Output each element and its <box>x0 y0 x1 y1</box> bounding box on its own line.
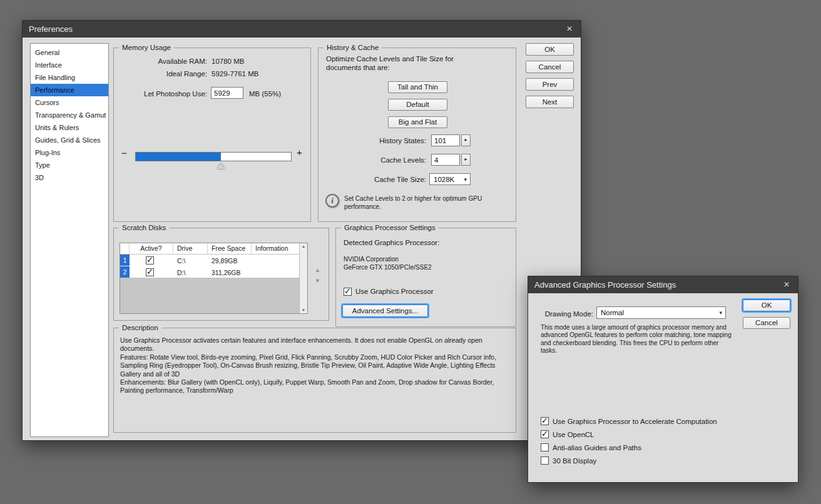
move-disk-down-icon[interactable]: ▼ <box>315 278 320 284</box>
sidebar-item-units-rulers[interactable]: Units & Rulers <box>31 121 108 134</box>
slider-plus-icon: + <box>297 148 302 157</box>
ok-button[interactable]: OK <box>526 43 574 56</box>
drive-active-checkbox[interactable] <box>146 256 154 265</box>
preferences-titlebar[interactable]: Preferences ✕ <box>23 21 581 38</box>
column-information: Information <box>252 243 299 254</box>
ok-button[interactable]: OK <box>743 300 790 311</box>
ram-amount-input[interactable] <box>211 87 243 99</box>
column-row-number <box>120 243 130 254</box>
scratch-disks-group-title: Scratch Disks <box>119 223 169 233</box>
cache-levels-input[interactable] <box>431 154 460 166</box>
sidebar-item-performance[interactable]: Performance <box>31 84 108 96</box>
memory-slider-thumb[interactable] <box>217 163 225 169</box>
scroll-up-icon[interactable]: ▲ <box>300 244 307 248</box>
available-ram-value: 10780 MB <box>212 57 244 66</box>
let-photoshop-use-label: Let Photoshop Use: <box>114 89 207 99</box>
preferences-title: Preferences <box>29 24 73 34</box>
free-space-cell: 311,26GB <box>208 269 252 276</box>
advanced-dialog-title: Advanced Graphics Processor Settings <box>534 280 676 290</box>
sidebar-item-interface[interactable]: Interface <box>31 59 108 71</box>
sidebar-item-type[interactable]: Type <box>31 159 108 171</box>
memory-usage-group-title: Memory Usage <box>119 43 174 53</box>
chevron-down-icon: ▾ <box>719 307 722 319</box>
scratch-disks-group: Scratch Disks Active? Drive Free Space I… <box>113 228 329 321</box>
table-empty-area <box>120 278 299 313</box>
next-button[interactable]: Next <box>526 96 574 108</box>
advanced-dialog-titlebar[interactable]: Advanced Graphics Processor Settings ✕ <box>528 276 798 293</box>
drive-cell: D:\ <box>173 269 208 276</box>
sidebar-item-transparency-gamut[interactable]: Transparency & Gamut <box>31 109 108 121</box>
sidebar-item-guides-grid-slices[interactable]: Guides, Grid & Slices <box>31 134 108 146</box>
scroll-down-icon[interactable]: ▼ <box>300 308 307 312</box>
slider-minus-icon: − <box>121 148 127 158</box>
close-icon[interactable]: ✕ <box>558 21 581 38</box>
cache-tile-size-dropdown[interactable]: 1028K ▾ <box>429 173 471 185</box>
column-active: Active? <box>130 243 173 254</box>
sidebar-item-cursors[interactable]: Cursors <box>31 96 108 109</box>
description-group: Description Use Graphics Processor activ… <box>113 328 516 433</box>
info-icon: i <box>325 194 339 208</box>
close-icon[interactable]: ✕ <box>775 276 798 293</box>
table-scrollbar[interactable]: ▲ ▼ <box>299 243 307 313</box>
scratch-disks-table: Active? Drive Free Space Information 1 C… <box>120 243 308 314</box>
sidebar-item-3d[interactable]: 3D <box>31 171 108 184</box>
table-row[interactable]: 2 D:\ 311,26GB <box>120 266 307 278</box>
drawing-mode-label: Drawing Mode: <box>528 310 593 319</box>
cache-tile-size-value: 1028K <box>434 176 454 183</box>
use-graphics-processor-checkbox[interactable] <box>344 288 352 296</box>
optimize-cache-intro: Optimize Cache Levels and Tile Size for … <box>326 54 469 72</box>
sidebar-item-file-handling[interactable]: File Handling <box>31 71 108 84</box>
memory-usage-group: Memory Usage Available RAM: 10780 MB Ide… <box>113 48 311 222</box>
active-cell <box>130 266 173 278</box>
gpu-vendor: NVIDIA Corporation <box>344 256 399 264</box>
drawing-mode-value: Normal <box>601 309 624 316</box>
drawing-mode-dropdown[interactable]: Normal ▾ <box>596 306 726 319</box>
preferences-sidebar: General Interface File Handling Performa… <box>30 43 109 437</box>
history-cache-group-title: History & Cache <box>324 43 382 53</box>
memory-slider-fill <box>136 153 221 161</box>
accelerate-computation-checkbox[interactable] <box>541 417 549 425</box>
tall-and-thin-button[interactable]: Tall and Thin <box>388 81 447 93</box>
use-graphics-processor-label: Use Graphics Processor <box>355 287 434 296</box>
gpu-settings-group: Graphics Processor Settings Detected Gra… <box>335 228 516 327</box>
drawing-mode-description: This mode uses a large amount of graphic… <box>541 324 733 355</box>
default-button[interactable]: Default <box>388 99 447 111</box>
anti-alias-guides-label: Anti-alias Guides and Paths <box>553 443 641 453</box>
available-ram-label: Available RAM: <box>114 57 207 66</box>
accelerate-computation-label: Use Graphics Processor to Accelerate Com… <box>553 417 717 426</box>
ideal-range-label: Ideal Range: <box>114 69 207 79</box>
cache-levels-label: Cache Levels: <box>319 156 426 165</box>
description-group-title: Description <box>119 323 161 333</box>
row-number: 2 <box>120 266 130 278</box>
memory-slider[interactable] <box>135 152 292 161</box>
gpu-settings-group-title: Graphics Processor Settings <box>341 223 439 233</box>
advanced-gpu-dialog: Advanced Graphics Processor Settings ✕ D… <box>528 276 798 483</box>
active-cell <box>130 255 173 266</box>
advanced-settings-button[interactable]: Advanced Settings... <box>342 305 428 317</box>
anti-alias-guides-checkbox[interactable] <box>541 443 549 451</box>
cancel-button[interactable]: Cancel <box>743 317 790 329</box>
move-disk-up-icon[interactable]: ▲ <box>315 267 320 273</box>
drive-cell: C:\ <box>173 257 208 265</box>
column-free-space: Free Space <box>208 243 252 254</box>
description-text: Use Graphics Processor activates certain… <box>120 336 508 395</box>
sidebar-item-plug-ins[interactable]: Plug-Ins <box>31 146 108 159</box>
history-states-spinner-icon[interactable]: ▸ <box>461 134 471 146</box>
prev-button[interactable]: Prev <box>526 78 574 91</box>
sidebar-item-general[interactable]: General <box>31 46 108 59</box>
column-drive: Drive <box>173 243 208 254</box>
history-states-input[interactable] <box>431 134 460 146</box>
use-opencl-checkbox[interactable] <box>541 430 549 438</box>
desktop: { "icons": { "close": "✕", "spinner_righ… <box>0 0 821 504</box>
preferences-body: General Interface File Handling Performa… <box>23 38 581 440</box>
cancel-button[interactable]: Cancel <box>526 61 574 73</box>
cache-levels-note: Set Cache Levels to 2 or higher for opti… <box>344 195 494 211</box>
cache-levels-spinner-icon[interactable]: ▸ <box>461 154 471 166</box>
detected-gpu-label: Detected Graphics Processor: <box>344 238 439 248</box>
thirty-bit-display-checkbox[interactable] <box>541 456 549 465</box>
ideal-range-value: 5929-7761 MB <box>212 69 258 79</box>
drive-active-checkbox[interactable] <box>146 268 154 276</box>
table-row[interactable]: 1 C:\ 29,89GB <box>120 255 307 266</box>
free-space-cell: 29,89GB <box>208 257 252 265</box>
big-and-flat-button[interactable]: Big and Flat <box>388 116 447 128</box>
